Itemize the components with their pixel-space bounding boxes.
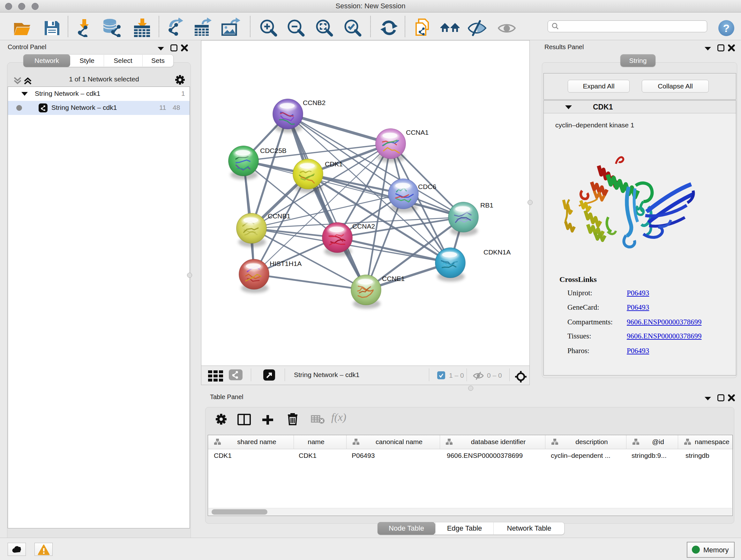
svg-text:CDC25B: CDC25B bbox=[260, 147, 286, 154]
svg-text:CCNB1: CCNB1 bbox=[268, 212, 290, 220]
svg-text:CCNA1: CCNA1 bbox=[406, 129, 428, 136]
svg-text:CCNE1: CCNE1 bbox=[382, 275, 405, 282]
svg-text:RB1: RB1 bbox=[480, 201, 493, 209]
svg-text:CCNB2: CCNB2 bbox=[303, 99, 326, 106]
svg-text:CCNA2: CCNA2 bbox=[352, 223, 375, 230]
svg-text:CDK1: CDK1 bbox=[325, 160, 343, 168]
svg-text:CDKN1A: CDKN1A bbox=[483, 248, 511, 256]
svg-text:HIST1H1A: HIST1H1A bbox=[270, 260, 301, 267]
svg-text:CDC6: CDC6 bbox=[418, 183, 436, 190]
svg-text:?: ? bbox=[723, 22, 730, 34]
